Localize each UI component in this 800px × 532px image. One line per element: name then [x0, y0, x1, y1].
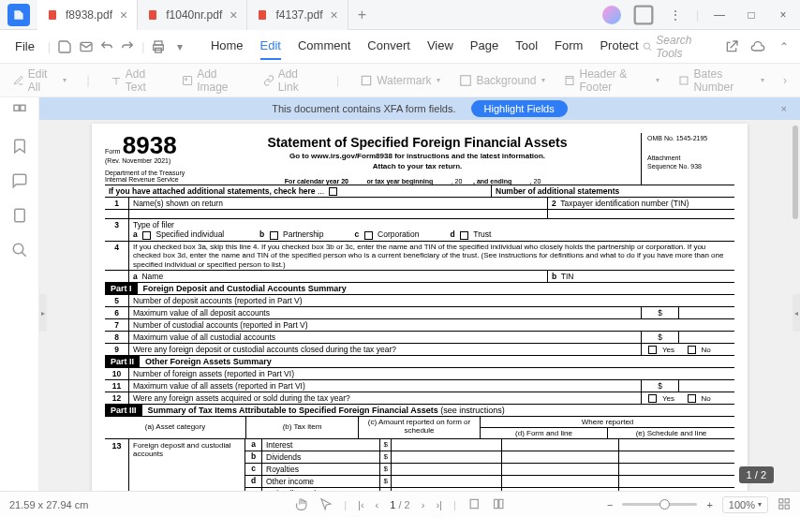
tab-2[interactable]: f4137.pdf × [247, 0, 348, 30]
fullscreen-icon[interactable] [778, 497, 791, 512]
background-button[interactable]: Background [459, 74, 545, 87]
svg-rect-1 [149, 10, 156, 20]
add-text-button[interactable]: Add Text [111, 67, 163, 94]
close-icon[interactable]: × [120, 7, 127, 22]
hand-tool-icon[interactable] [295, 497, 308, 512]
svg-rect-24 [785, 498, 789, 502]
file-menu[interactable]: File [7, 36, 42, 57]
close-window-button[interactable]: × [770, 2, 796, 28]
svg-rect-9 [184, 76, 192, 84]
svg-rect-18 [14, 209, 24, 222]
last-page-icon[interactable]: ›| [436, 499, 442, 510]
mail-icon[interactable] [77, 37, 94, 56]
search-input[interactable]: Search Tools [643, 34, 715, 60]
svg-rect-12 [461, 75, 471, 85]
maximize-button[interactable]: □ [738, 2, 764, 28]
highlight-fields-button[interactable]: Highlight Fields [471, 100, 568, 117]
scrollbar[interactable] [793, 126, 798, 219]
close-icon[interactable]: × [331, 7, 338, 22]
svg-rect-17 [20, 105, 24, 111]
svg-rect-20 [470, 499, 478, 508]
search-icon [643, 41, 653, 52]
svg-point-19 [13, 244, 23, 254]
kebab-icon[interactable]: ⋮ [662, 2, 689, 28]
svg-rect-23 [779, 498, 783, 502]
tab-label: f8938.pdf [66, 8, 112, 22]
menu-view[interactable]: View [427, 33, 453, 60]
svg-rect-16 [14, 105, 19, 111]
fit-page-icon[interactable] [492, 497, 505, 512]
svg-rect-21 [494, 499, 497, 508]
minimize-button[interactable]: — [706, 2, 733, 28]
svg-rect-26 [785, 505, 789, 509]
edit-all-button[interactable]: Edit All [13, 67, 67, 94]
menu-form[interactable]: Form [555, 33, 583, 60]
pdf-icon [47, 9, 58, 21]
svg-rect-0 [49, 10, 56, 20]
svg-rect-11 [363, 76, 371, 84]
bates-button[interactable]: Bates Number [678, 67, 764, 94]
close-icon[interactable]: × [230, 7, 237, 22]
toolbar-more-icon[interactable]: › [783, 74, 787, 87]
svg-rect-25 [779, 505, 783, 509]
notification-icon[interactable] [630, 2, 657, 28]
xfa-banner: This document contains XFA form fields. … [39, 97, 800, 120]
menu-convert[interactable]: Convert [367, 33, 410, 60]
header-footer-button[interactable]: Header & Footer [564, 67, 659, 94]
add-link-button[interactable]: Add Link [263, 67, 317, 94]
expand-left-icon[interactable]: ▸ [39, 294, 47, 332]
save-icon[interactable] [56, 37, 73, 56]
svg-rect-15 [680, 77, 688, 84]
page-badge: 1 / 2 [739, 466, 774, 483]
menu-comment[interactable]: Comment [298, 33, 350, 60]
zoom-out-button[interactable]: − [607, 499, 613, 510]
pdf-icon [257, 9, 268, 21]
dropdown-caret-icon[interactable]: ▾ [171, 37, 188, 56]
menu-home[interactable]: Home [211, 33, 244, 60]
cloud-icon[interactable] [749, 37, 766, 56]
tab-label: f4137.pdf [275, 8, 322, 22]
svg-rect-22 [498, 499, 502, 508]
banner-text: This document contains XFA form fields. [272, 103, 455, 114]
svg-rect-3 [635, 6, 653, 23]
share-icon[interactable] [723, 37, 740, 56]
svg-point-10 [185, 78, 187, 80]
print-icon[interactable] [150, 37, 167, 56]
add-image-button[interactable]: Add Image [182, 67, 244, 94]
banner-close-icon[interactable]: × [781, 103, 787, 114]
pdf-icon [147, 9, 158, 21]
bookmarks-icon[interactable] [11, 138, 28, 157]
menu-protect[interactable]: Protect [600, 33, 638, 60]
search-panel-icon[interactable] [11, 242, 28, 261]
prev-page-icon[interactable]: ‹ [376, 499, 379, 510]
first-page-icon[interactable]: |‹ [358, 499, 364, 510]
menu-edit[interactable]: Edit [260, 33, 281, 60]
watermark-button[interactable]: Watermark [360, 74, 440, 87]
page-input[interactable]: 1 [390, 499, 395, 510]
thumbnails-icon[interactable] [11, 103, 28, 123]
redo-icon[interactable] [119, 37, 136, 56]
expand-right-icon[interactable]: ◂ [793, 294, 800, 332]
zoom-in-button[interactable]: + [706, 499, 712, 510]
menu-page[interactable]: Page [470, 33, 498, 60]
pdf-page: Form 8938 (Rev. November 2021) Departmen… [92, 124, 748, 491]
menu-tool[interactable]: Tool [515, 33, 538, 60]
next-page-icon[interactable]: › [422, 499, 425, 510]
select-tool-icon[interactable] [319, 497, 333, 512]
fit-width-icon[interactable] [467, 497, 481, 512]
tab-label: f1040nr.pdf [166, 8, 222, 22]
ai-icon[interactable] [602, 6, 621, 24]
attachments-icon[interactable] [11, 207, 28, 227]
zoom-slider[interactable] [622, 503, 697, 506]
tab-1[interactable]: f1040nr.pdf × [138, 0, 247, 30]
tab-0[interactable]: f8938.pdf × [37, 0, 138, 30]
svg-rect-2 [259, 10, 266, 20]
comments-icon[interactable] [11, 172, 28, 192]
collapse-icon[interactable]: ⌃ [776, 37, 793, 56]
zoom-select[interactable]: 100% ▾ [722, 496, 768, 513]
svg-point-8 [644, 42, 649, 48]
page-dimensions: 21.59 x 27.94 cm [9, 499, 88, 510]
svg-rect-13 [566, 76, 573, 84]
add-tab-button[interactable]: + [348, 7, 376, 23]
undo-icon[interactable] [98, 37, 115, 56]
